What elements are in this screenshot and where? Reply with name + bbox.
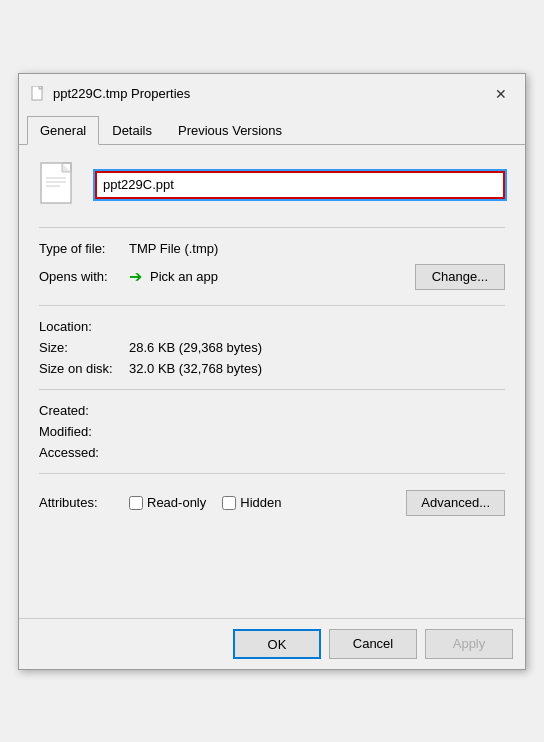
ok-button[interactable]: OK bbox=[233, 629, 321, 659]
pick-app-label: Pick an app bbox=[150, 269, 218, 284]
type-value: TMP File (.tmp) bbox=[129, 241, 218, 256]
readonly-checkbox-item[interactable]: Read-only bbox=[129, 495, 206, 510]
change-button[interactable]: Change... bbox=[415, 264, 505, 290]
title-bar-left: ppt229C.tmp Properties bbox=[31, 86, 190, 102]
size-on-disk-value: 32.0 KB (32,768 bytes) bbox=[129, 361, 262, 376]
filename-input[interactable] bbox=[95, 171, 505, 199]
size-on-disk-row: Size on disk: 32.0 KB (32,768 bytes) bbox=[39, 358, 505, 379]
tab-details[interactable]: Details bbox=[99, 116, 165, 145]
tab-content: Type of file: TMP File (.tmp) Opens with… bbox=[19, 145, 525, 538]
accessed-label: Accessed: bbox=[39, 445, 129, 460]
window-title: ppt229C.tmp Properties bbox=[53, 86, 190, 101]
location-row: Location: bbox=[39, 316, 505, 337]
attributes-controls: Read-only Hidden Advanced... bbox=[129, 490, 505, 516]
location-label: Location: bbox=[39, 319, 129, 334]
pick-app-icon: ➔ bbox=[129, 267, 142, 286]
tab-general[interactable]: General bbox=[27, 116, 99, 145]
hidden-checkbox-item[interactable]: Hidden bbox=[222, 495, 281, 510]
file-header bbox=[39, 161, 505, 209]
size-on-disk-label: Size on disk: bbox=[39, 361, 129, 376]
modified-row: Modified: bbox=[39, 421, 505, 442]
attributes-label: Attributes: bbox=[39, 495, 129, 510]
tab-previous-versions[interactable]: Previous Versions bbox=[165, 116, 295, 145]
divider-4 bbox=[39, 473, 505, 474]
opens-with-content: ➔ Pick an app Change... bbox=[129, 264, 505, 290]
tab-bar: General Details Previous Versions bbox=[19, 116, 525, 145]
divider-2 bbox=[39, 305, 505, 306]
size-label: Size: bbox=[39, 340, 129, 355]
hidden-checkbox[interactable] bbox=[222, 496, 236, 510]
modified-label: Modified: bbox=[39, 424, 129, 439]
created-label: Created: bbox=[39, 403, 129, 418]
readonly-checkbox[interactable] bbox=[129, 496, 143, 510]
properties-dialog: ppt229C.tmp Properties ✕ General Details… bbox=[18, 73, 526, 670]
size-value: 28.6 KB (29,368 bytes) bbox=[129, 340, 262, 355]
size-row: Size: 28.6 KB (29,368 bytes) bbox=[39, 337, 505, 358]
title-file-icon bbox=[31, 86, 47, 102]
accessed-row: Accessed: bbox=[39, 442, 505, 463]
readonly-label: Read-only bbox=[147, 495, 206, 510]
attributes-row: Attributes: Read-only Hidden Advanced... bbox=[39, 484, 505, 522]
opens-with-label: Opens with: bbox=[39, 269, 129, 284]
created-row: Created: bbox=[39, 400, 505, 421]
advanced-button[interactable]: Advanced... bbox=[406, 490, 505, 516]
type-label: Type of file: bbox=[39, 241, 129, 256]
type-row: Type of file: TMP File (.tmp) bbox=[39, 238, 505, 259]
dialog-footer: OK Cancel Apply bbox=[19, 618, 525, 669]
apply-button[interactable]: Apply bbox=[425, 629, 513, 659]
divider-3 bbox=[39, 389, 505, 390]
opens-with-row: Opens with: ➔ Pick an app Change... bbox=[39, 259, 505, 295]
hidden-label: Hidden bbox=[240, 495, 281, 510]
cancel-button[interactable]: Cancel bbox=[329, 629, 417, 659]
divider-1 bbox=[39, 227, 505, 228]
file-type-icon bbox=[39, 161, 79, 209]
close-button[interactable]: ✕ bbox=[489, 82, 513, 106]
title-bar: ppt229C.tmp Properties ✕ bbox=[19, 74, 525, 112]
